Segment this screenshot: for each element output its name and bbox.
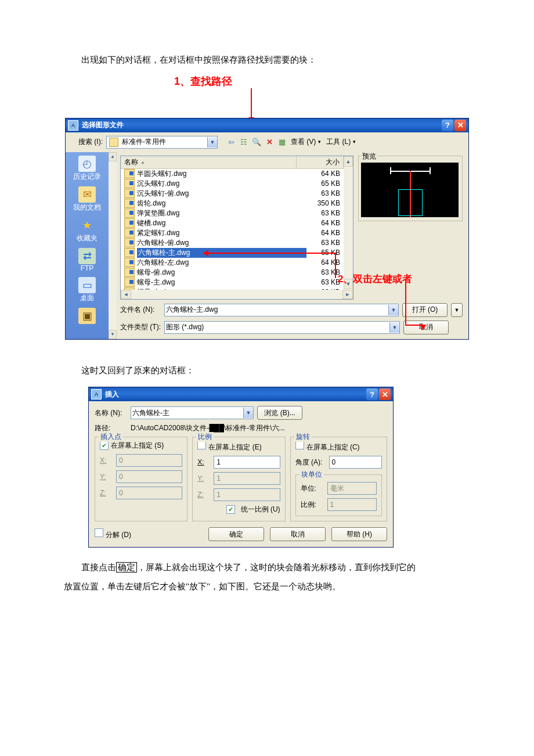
annotation-2: 2、双击左键或者 bbox=[338, 272, 412, 286]
place-icon: ⇄ bbox=[78, 248, 96, 264]
scroll-left-icon[interactable]: ◄ bbox=[121, 290, 131, 299]
filename-input[interactable]: 六角螺栓-主.dwg ▼ bbox=[164, 304, 399, 316]
browse-button[interactable]: 浏览 (B)... bbox=[257, 406, 302, 420]
lookin-combo[interactable]: 标准件-常用件 ▼ bbox=[106, 136, 218, 149]
cancel-button[interactable]: 取消 bbox=[270, 527, 326, 541]
chevron-down-icon[interactable]: ▼ bbox=[243, 408, 253, 418]
scroll-right-icon[interactable]: ► bbox=[342, 290, 353, 299]
back-icon[interactable]: ⇦ bbox=[226, 137, 236, 147]
dwg-icon bbox=[124, 238, 135, 247]
search-icon[interactable]: 🔍 bbox=[251, 137, 262, 147]
file-list[interactable]: 名称▲ 大小 半圆头螺钉.dwg64 KB沉头螺钉.dwg65 KB沉头螺钉-俯… bbox=[120, 156, 353, 300]
scale-z-field: 1 bbox=[214, 488, 280, 501]
name-label: 名称 (N): bbox=[95, 408, 127, 418]
explode-checkbox[interactable] bbox=[95, 528, 103, 537]
app-icon: A bbox=[68, 120, 78, 131]
titlebar[interactable]: A 插入 ? ✕ bbox=[89, 387, 393, 401]
filetype-label: 文件类型 (T): bbox=[120, 322, 161, 332]
boxed-word: 确定 bbox=[116, 562, 137, 573]
chevron-down-icon[interactable]: ▼ bbox=[207, 137, 217, 147]
file-row[interactable]: 螺母-主.dwg63 KB bbox=[121, 278, 353, 287]
file-row[interactable]: 六角螺栓-左.dwg64 KB bbox=[121, 258, 353, 268]
file-dialog: A 选择图形文件 ? ✕ 搜索 (I): 标准件-常用件 ▼ ⇦ ☷ 🔍 bbox=[65, 118, 469, 340]
onscreen-s-checkbox[interactable] bbox=[100, 441, 109, 450]
doc-intro: 出现如下的对话框，在对话框中按照保存路径找到需要的块： bbox=[64, 51, 470, 70]
dwg-icon bbox=[124, 208, 135, 218]
help-icon[interactable]: ? bbox=[442, 120, 453, 131]
dwg-icon bbox=[124, 218, 135, 228]
window-title: 选择图形文件 bbox=[82, 120, 441, 130]
insert-dialog: A 插入 ? ✕ 名称 (N): 六角螺栓-主 ▼ 浏览 (B)... 路径: … bbox=[88, 387, 394, 548]
file-row[interactable]: 键槽.dwg64 KB bbox=[121, 218, 353, 228]
group-rotation: 旋转 在屏幕上指定 (C) 角度 (A):0 块单位 单位:毫米 比例:1 bbox=[290, 437, 387, 521]
unitscale-field: 1 bbox=[327, 498, 377, 511]
app-icon: A bbox=[91, 389, 102, 399]
filename-label: 文件名 (N): bbox=[120, 305, 161, 315]
close-icon[interactable]: ✕ bbox=[379, 388, 391, 400]
titlebar[interactable]: A 选择图形文件 ? ✕ bbox=[66, 118, 468, 132]
z-field: 0 bbox=[116, 487, 182, 499]
place-item[interactable]: ⇄FTP bbox=[78, 248, 96, 272]
close-icon[interactable]: ✕ bbox=[454, 120, 466, 131]
preview-box: 预览 bbox=[358, 156, 463, 221]
place-icon: ▭ bbox=[78, 277, 96, 293]
delete-icon[interactable]: ✕ bbox=[264, 137, 275, 147]
uniform-checkbox[interactable] bbox=[226, 505, 235, 514]
dwg-icon bbox=[124, 258, 135, 267]
scale-y-field: 1 bbox=[214, 472, 280, 485]
view-menu[interactable]: 查看 (V)▼ bbox=[290, 137, 323, 147]
dwg-icon bbox=[124, 248, 135, 257]
unit-field: 毫米 bbox=[327, 482, 377, 495]
help-icon[interactable]: ? bbox=[366, 388, 378, 400]
cancel-button[interactable]: 取消 bbox=[403, 321, 449, 334]
dwg-icon bbox=[124, 278, 135, 287]
help-button[interactable]: 帮助 (H) bbox=[331, 527, 387, 541]
folder-icon bbox=[109, 138, 118, 147]
file-row[interactable]: 六角螺栓-俯.dwg63 KB bbox=[121, 238, 353, 248]
place-item[interactable]: ★收藏夹 bbox=[77, 217, 98, 243]
file-row[interactable]: 弹簧垫圈.dwg63 KB bbox=[121, 208, 353, 218]
place-item[interactable]: ▣ bbox=[78, 308, 96, 324]
dwg-icon bbox=[124, 169, 135, 178]
dwg-icon bbox=[124, 199, 135, 208]
doc-mid: 这时又回到了原来的对话框： bbox=[64, 362, 470, 380]
onscreen-e-checkbox[interactable] bbox=[197, 441, 206, 449]
file-row[interactable]: 半圆头螺钉.dwg64 KB bbox=[121, 169, 353, 179]
place-item[interactable]: ✉我的文档 bbox=[73, 186, 101, 213]
file-row[interactable]: 螺母-俯.dwg63 KB bbox=[121, 268, 353, 278]
ok-button[interactable]: 确定 bbox=[208, 527, 264, 541]
scale-x-field[interactable]: 1 bbox=[214, 456, 280, 469]
file-scrollbar[interactable]: ▲▼ bbox=[344, 156, 353, 289]
chevron-down-icon[interactable]: ▼ bbox=[388, 305, 398, 315]
open-button[interactable]: 打开 (O) bbox=[402, 303, 448, 317]
open-dropdown-icon[interactable]: ▼ bbox=[451, 303, 463, 317]
preview-image bbox=[361, 163, 459, 217]
search-label: 搜索 (I): bbox=[69, 137, 103, 147]
dwg-icon bbox=[124, 287, 135, 290]
place-item[interactable]: ◴历史记录 bbox=[73, 156, 101, 182]
up-icon[interactable]: ☷ bbox=[239, 137, 249, 147]
filetype-combo[interactable]: 图形 (*.dwg) ▼ bbox=[164, 321, 400, 334]
place-icon: ◴ bbox=[78, 156, 96, 172]
file-row[interactable]: 沉头螺钉.dwg65 KB bbox=[121, 179, 353, 189]
dwg-icon bbox=[124, 179, 135, 188]
file-row[interactable]: 紧定螺钉.dwg64 KB bbox=[121, 228, 353, 238]
file-row[interactable]: 齿轮.dwg350 KB bbox=[121, 199, 353, 208]
group-blockunit: 块单位 单位:毫米 比例:1 bbox=[295, 474, 382, 516]
y-field: 0 bbox=[116, 470, 182, 483]
place-icon: ★ bbox=[78, 217, 96, 233]
dwg-icon bbox=[124, 189, 135, 198]
places-scrollbar[interactable]: ▲▼ bbox=[109, 152, 117, 339]
group-insertpoint: 插入点 在屏幕上指定 (S) X:0 Y:0 Z:0 bbox=[95, 437, 187, 521]
onscreen-c-checkbox[interactable] bbox=[295, 441, 304, 449]
annotation-1: 1、查找路径 bbox=[64, 74, 470, 118]
angle-field[interactable]: 0 bbox=[329, 456, 382, 469]
newfolder-icon[interactable]: ▦ bbox=[277, 137, 287, 147]
chevron-down-icon[interactable]: ▼ bbox=[389, 322, 399, 333]
tools-menu[interactable]: 工具 (L)▼ bbox=[325, 137, 358, 147]
x-field: 0 bbox=[116, 454, 182, 467]
file-row[interactable]: 沉头螺钉-俯.dwg63 KB bbox=[121, 189, 353, 199]
place-item[interactable]: ▭桌面 bbox=[78, 277, 96, 303]
name-combo[interactable]: 六角螺栓-主 ▼ bbox=[131, 406, 254, 419]
place-icon: ✉ bbox=[78, 186, 96, 203]
